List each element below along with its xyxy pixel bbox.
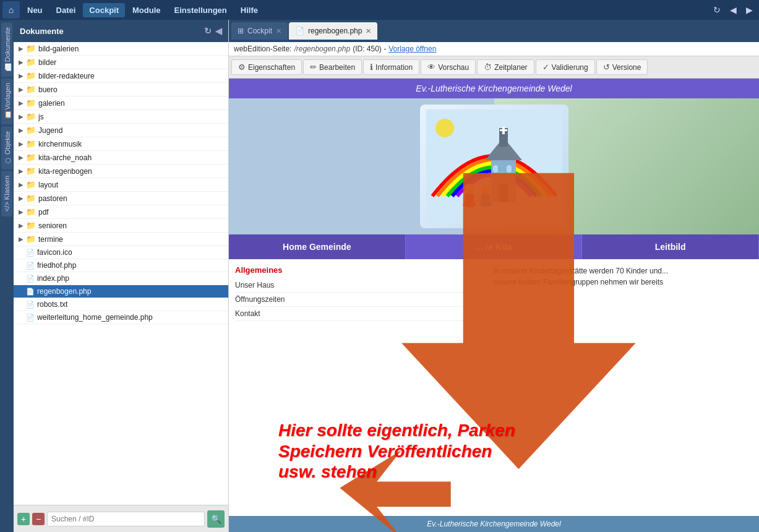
tree-item-kita-regenbogen[interactable]: ▶ 📁 kita-regenbogen <box>14 165 228 178</box>
zeitplaner-button[interactable]: ⏱ Zeitplaner <box>477 59 534 75</box>
tree-item-bilder-redakteure[interactable]: ▶ 📁 bilder-redakteure <box>14 69 228 83</box>
menu-datei[interactable]: Datei <box>50 3 82 17</box>
nav-kita[interactable]: ... re Kita <box>406 234 583 259</box>
menu-hilfe[interactable]: Hilfe <box>234 3 264 17</box>
tree-item-layout[interactable]: ▶ 📁 layout <box>14 178 228 192</box>
svg-rect-7 <box>493 165 498 173</box>
folder-icon: 📁 <box>26 58 36 67</box>
tab-klassen[interactable]: </> Klassen <box>1 171 12 217</box>
tree-item-galerien[interactable]: ▶ 📁 galerien <box>14 97 228 110</box>
tab-regenbogen-close[interactable]: ✕ <box>366 27 371 35</box>
menu-kontakt[interactable]: Kontakt <box>235 307 468 321</box>
regenbogen-tab-icon: 📄 <box>295 27 304 35</box>
arrow-icon: ▶ <box>19 236 26 242</box>
arrow-icon: ▶ <box>19 168 26 174</box>
svg-point-18 <box>435 119 454 137</box>
menu-cockpit[interactable]: Cockpit <box>83 3 125 17</box>
tree-item-robots[interactable]: 📄 robots.txt <box>14 298 228 311</box>
information-button[interactable]: ℹ Information <box>363 59 419 75</box>
site-header-text: Ev.-Lutherische Kirchengemeinde Wedel <box>416 84 572 93</box>
left-tabs: 📄 Dokumente 📋 Vorlagen ⬡ Objekte </> Kla… <box>0 20 14 532</box>
tab-dokumente[interactable]: 📄 Dokumente <box>1 22 12 77</box>
annotation-line1: Hier sollte eigentlich, Parken <box>278 420 515 441</box>
page-path: /regenbogen.php <box>294 45 350 53</box>
folder-icon: 📁 <box>26 221 36 230</box>
sidebar-tree: ▶ 📁 bild-galerien ▶ 📁 bilder ▶ 📁 bilder-… <box>14 42 228 505</box>
remove-button[interactable]: − <box>32 513 45 525</box>
versionen-icon: ↺ <box>603 62 610 72</box>
site-hero <box>229 98 759 234</box>
cockpit-tab-icon: ⊞ <box>238 27 244 35</box>
sidebar-refresh-icon[interactable]: ↻ <box>204 26 212 36</box>
arrow-icon: ▶ <box>19 86 26 93</box>
home-button[interactable]: ⌂ <box>2 1 20 19</box>
site-hero-image <box>420 105 568 228</box>
menu-einstellungen[interactable]: Einstellungen <box>168 3 233 17</box>
versionen-button[interactable]: ↺ Versione <box>596 59 648 75</box>
page-bar: webEdition-Seite: /regenbogen.php (ID: 4… <box>229 42 759 56</box>
menu-neu[interactable]: Neu <box>21 3 49 17</box>
arrow-icon: ▶ <box>19 113 26 120</box>
tree-item-jugend[interactable]: ▶ 📁 Jugend <box>14 124 228 137</box>
content-area: ⊞ Cockpit ✕ 📄 regenbogen.php ✕ webEditio… <box>229 20 759 532</box>
tab-regenbogen[interactable]: 📄 regenbogen.php ✕ <box>289 22 377 40</box>
arrow-right-icon[interactable]: ▶ <box>742 2 757 17</box>
section-title: Allgemeines <box>235 265 468 275</box>
site-content: Allgemeines Unser Haus Öffnungszeiten Ko… <box>229 259 759 383</box>
arrow-icon: ▶ <box>19 140 26 147</box>
tree-item-weiterleitung[interactable]: 📄 weiterleitung_home_gemeinde.php <box>14 311 228 324</box>
validierung-icon: ✓ <box>542 62 549 72</box>
tree-item-pdf[interactable]: ▶ 📁 pdf <box>14 205 228 219</box>
folder-icon: 📁 <box>26 234 36 244</box>
tree-item-kita-arche-noah[interactable]: ▶ 📁 kita-arche_noah <box>14 151 228 165</box>
tree-item-bild-galerien[interactable]: ▶ 📁 bild-galerien <box>14 42 228 56</box>
main-layout: 📄 Dokumente 📋 Vorlagen ⬡ Objekte </> Kla… <box>0 20 759 532</box>
file-icon: 📄 <box>26 275 35 283</box>
menu-oeffnungszeiten[interactable]: Öffnungszeiten <box>235 293 468 307</box>
tree-item-regenbogen[interactable]: 📄 regenbogen.php <box>14 285 228 298</box>
tab-vorlagen[interactable]: 📋 Vorlagen <box>1 78 12 124</box>
nav-home-label: Home Gemeinde <box>283 242 351 252</box>
bearbeiten-button[interactable]: ✏ Bearbeiten <box>303 59 362 75</box>
folder-icon: 📁 <box>26 98 36 108</box>
tabs-bar: ⊞ Cockpit ✕ 📄 regenbogen.php ✕ <box>229 20 759 42</box>
tree-item-pastoren[interactable]: ▶ 📁 pastoren <box>14 192 228 205</box>
folder-icon: 📁 <box>26 44 36 53</box>
tree-item-buero[interactable]: ▶ 📁 buero <box>14 83 228 97</box>
information-icon: ℹ <box>370 62 373 72</box>
tree-item-senioren[interactable]: ▶ 📁 senioren <box>14 219 228 233</box>
tab-cockpit[interactable]: ⊞ Cockpit ✕ <box>231 22 288 40</box>
nav-leitbild-label: Leitbild <box>655 242 686 252</box>
file-icon: 📄 <box>26 314 35 322</box>
tree-item-js[interactable]: ▶ 📁 js <box>14 110 228 124</box>
sidebar-header: Dokumente ↻ ◀ <box>14 20 228 42</box>
add-button[interactable]: + <box>17 513 30 525</box>
validierung-button[interactable]: ✓ Validierung <box>536 59 595 75</box>
arrow-icon: ▶ <box>19 127 26 134</box>
tree-item-kirchenmusik[interactable]: ▶ 📁 kirchenmusik <box>14 137 228 151</box>
arrow-left-icon[interactable]: ◀ <box>726 2 740 17</box>
nav-leitbild[interactable]: Leitbild <box>582 234 759 259</box>
menu-unser-haus[interactable]: Unser Haus <box>235 278 468 293</box>
refresh-icon[interactable]: ↻ <box>710 2 724 17</box>
tree-item-index[interactable]: 📄 index.php <box>14 272 228 285</box>
eigenschaften-button[interactable]: ⚙ Eigenschaften <box>231 59 302 75</box>
tree-item-favicon[interactable]: 📄 favicon.ico <box>14 246 228 259</box>
annotation-line3: usw. stehen <box>278 461 515 483</box>
tab-objekte[interactable]: ⬡ Objekte <box>1 126 12 169</box>
vorschau-button[interactable]: 👁 Vorschau <box>421 59 476 75</box>
tab-cockpit-close[interactable]: ✕ <box>276 27 281 35</box>
search-input[interactable] <box>47 512 205 526</box>
tree-item-bilder[interactable]: ▶ 📁 bilder <box>14 56 228 69</box>
sidebar-collapse-icon[interactable]: ◀ <box>215 26 222 36</box>
tree-item-friedhof[interactable]: 📄 friedhof.php <box>14 259 228 272</box>
page-prefix: webEdition-Seite: <box>234 45 291 53</box>
arrow-icon: ▶ <box>19 208 26 215</box>
search-button[interactable]: 🔍 <box>207 510 225 528</box>
vorlage-oeffnen-link[interactable]: Vorlage öffnen <box>388 45 436 53</box>
nav-kita-label: ... re Kita <box>475 242 512 252</box>
tree-item-termine[interactable]: ▶ 📁 termine <box>14 233 228 246</box>
menu-module[interactable]: Module <box>126 3 167 17</box>
site-nav: Home Gemeinde ... re Kita Leitbild <box>229 234 759 259</box>
nav-home-gemeinde[interactable]: Home Gemeinde <box>229 234 406 259</box>
